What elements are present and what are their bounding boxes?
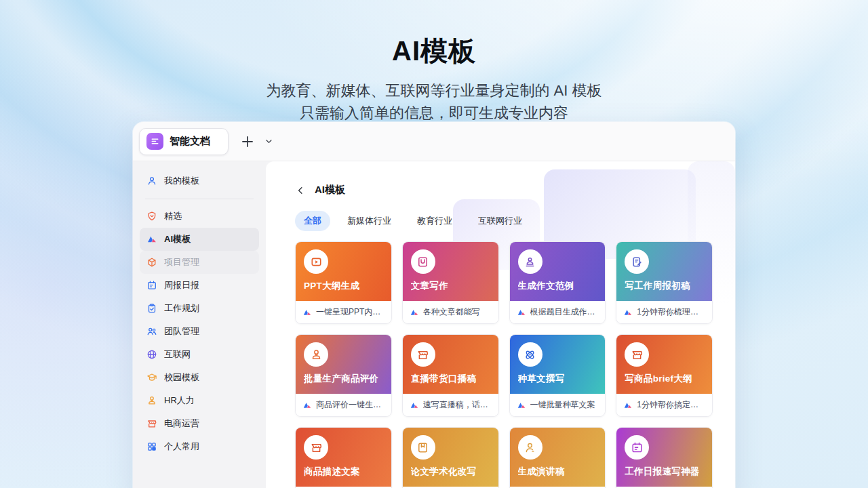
book-icon — [416, 441, 429, 454]
card-description: 各种文章都能写 — [423, 306, 480, 318]
storefront-icon — [310, 441, 323, 454]
sidebar-item-team-management[interactable]: 团队管理 — [140, 320, 259, 343]
graduation-cap-icon — [146, 372, 157, 383]
tab-all[interactable]: 全部 — [295, 211, 330, 231]
card-title: 批量生产商品评价 — [304, 373, 383, 385]
sidebar-item-internet[interactable]: 互联网 — [140, 343, 259, 366]
ai-logo-icon — [410, 401, 419, 410]
ai-logo-icon — [146, 234, 157, 245]
template-card-product-description[interactable]: 商品描述文案 — [295, 427, 392, 488]
card-title: 种草文撰写 — [518, 373, 597, 385]
template-grid: PPT大纲生成 一键呈现PPT内容框架 文章写作 — [295, 241, 713, 488]
person-icon — [524, 441, 536, 454]
card-description: 1分钟帮你搞定商品宣传… — [637, 399, 705, 411]
sidebar-item-label: 周报日报 — [164, 279, 199, 291]
sidebar-item-personal[interactable]: 个人常用 — [140, 435, 259, 458]
card-title: PPT大纲生成 — [304, 280, 383, 292]
template-card-academic-rewrite[interactable]: 论文学术化改写 — [402, 427, 499, 488]
sidebar-item-label: 我的模板 — [164, 175, 199, 187]
storefront-icon — [416, 348, 429, 361]
sidebar-item-work-planning[interactable]: 工作规划 — [140, 297, 259, 320]
card-description: 商品评价一键生成器 — [316, 399, 384, 411]
cube-icon — [146, 257, 157, 268]
stamp-icon — [146, 395, 157, 406]
ai-logo-icon — [410, 308, 419, 317]
tab-new-media[interactable]: 新媒体行业 — [338, 211, 400, 231]
template-card-ppt-outline[interactable]: PPT大纲生成 一键呈现PPT内容框架 — [295, 241, 392, 324]
card-title: 直播带货口播稿 — [411, 373, 490, 385]
sidebar-item-ai-templates[interactable]: AI模板 — [140, 228, 259, 251]
sidebar-divider — [145, 199, 254, 199]
sidebar-item-label: 个人常用 — [164, 441, 199, 453]
template-card-speech-draft[interactable]: 生成演讲稿 — [509, 427, 606, 488]
window-toolbar: 智能文档 — [133, 122, 735, 161]
card-description: 一键呈现PPT内容框架 — [316, 306, 384, 318]
tab-internet[interactable]: 互联网行业 — [469, 211, 531, 231]
template-card-livestream-script[interactable]: 直播带货口播稿 速写直播稿，话题卖点… — [402, 334, 499, 417]
sidebar-item-my-templates[interactable]: 我的模板 — [140, 169, 259, 192]
user-icon — [146, 176, 157, 186]
template-card-product-reviews[interactable]: 批量生产商品评价 商品评价一键生成器 — [295, 334, 392, 417]
card-description: 一键批量种草文案 — [530, 399, 595, 411]
card-title: 文章写作 — [411, 280, 490, 292]
sidebar-item-label: 工作规划 — [164, 302, 199, 314]
card-title: 生成作文范例 — [518, 280, 597, 292]
card-description: 根据题目生成作文范例 — [530, 306, 599, 318]
card-description: 1分钟帮你梳理每周事项 — [637, 306, 705, 318]
badge-icon — [146, 211, 157, 222]
chevron-down-icon[interactable] — [264, 136, 274, 146]
ai-logo-icon — [302, 401, 312, 410]
sidebar-item-label: HR人力 — [164, 394, 195, 407]
card-title: 写商品brief大纲 — [625, 373, 704, 385]
sidebar-item-label: 精选 — [164, 210, 182, 222]
tab-education[interactable]: 教育行业 — [408, 211, 461, 231]
template-card-essay-example[interactable]: 生成作文范例 根据题目生成作文范例 — [509, 241, 606, 324]
category-tabs: 全部 新媒体行业 教育行业 互联网行业 — [295, 211, 713, 231]
sidebar-item-label: 团队管理 — [164, 325, 199, 338]
page-subtitle: 为教育、新媒体、互联网等行业量身定制的 AI 模板 只需输入简单的信息，即可生成… — [0, 79, 868, 124]
calendar-icon — [146, 280, 157, 291]
template-card-product-brief[interactable]: 写商品brief大纲 1分钟帮你搞定商品宣传… — [616, 334, 713, 417]
card-title: 写工作周报初稿 — [625, 280, 704, 292]
breadcrumb: AI模板 — [295, 184, 713, 197]
back-button[interactable] — [295, 185, 306, 196]
card-title: 商品描述文案 — [304, 466, 383, 478]
smart-doc-icon — [146, 133, 163, 150]
template-card-daily-report-tool[interactable]: 工作日报速写神器 — [616, 427, 713, 488]
main-panel: AI模板 全部 新媒体行业 教育行业 互联网行业 PPT大纲生成 — [266, 161, 735, 488]
stamp-icon — [310, 348, 323, 361]
atom-icon — [524, 348, 536, 361]
sidebar-item-hr[interactable]: HR人力 — [140, 389, 259, 412]
sidebar-item-featured[interactable]: 精选 — [140, 205, 259, 228]
page-title: AI模板 — [0, 33, 868, 70]
app-window: 智能文档 我的模板 精选 AI模板 项目管理 — [133, 122, 735, 488]
new-doc-button[interactable] — [240, 134, 255, 149]
doc-edit-icon — [631, 256, 644, 268]
card-title: 生成演讲稿 — [518, 466, 597, 478]
storefront-icon — [631, 348, 644, 361]
sidebar-item-ecommerce[interactable]: 电商运营 — [140, 412, 259, 435]
app-switcher[interactable]: 智能文档 — [139, 128, 229, 155]
template-card-seeding-copy[interactable]: 种草文撰写 一键批量种草文案 — [509, 334, 606, 417]
sidebar-item-label: AI模板 — [164, 233, 191, 245]
sidebar-item-campus-templates[interactable]: 校园模板 — [140, 366, 259, 389]
sidebar-item-label: 电商运营 — [164, 418, 199, 430]
section-title: AI模板 — [315, 184, 345, 197]
subtitle-line-2: 只需输入简单的信息，即可生成专业内容 — [0, 102, 868, 124]
ai-logo-icon — [517, 401, 526, 410]
sidebar-item-label: 互联网 — [164, 348, 191, 361]
calendar-icon — [631, 441, 644, 454]
template-card-weekly-report-draft[interactable]: 写工作周报初稿 1分钟帮你梳理每周事项 — [616, 241, 713, 324]
ai-logo-icon — [623, 401, 633, 410]
sidebar-item-project-management[interactable]: 项目管理 — [140, 251, 259, 274]
sidebar-item-label: 项目管理 — [164, 256, 199, 268]
hero-section: AI模板 为教育、新媒体、互联网等行业量身定制的 AI 模板 只需输入简单的信息… — [0, 33, 868, 124]
globe-icon — [146, 349, 157, 360]
lecture-icon — [524, 256, 536, 268]
card-title: 工作日报速写神器 — [625, 466, 704, 478]
sidebar-item-weekly-daily-report[interactable]: 周报日报 — [140, 274, 259, 297]
sidebar: 我的模板 精选 AI模板 项目管理 周报日报 工作规划 — [133, 161, 266, 488]
card-title: 论文学术化改写 — [411, 466, 490, 478]
team-icon — [146, 326, 157, 337]
template-card-article-writing[interactable]: 文章写作 各种文章都能写 — [402, 241, 499, 324]
